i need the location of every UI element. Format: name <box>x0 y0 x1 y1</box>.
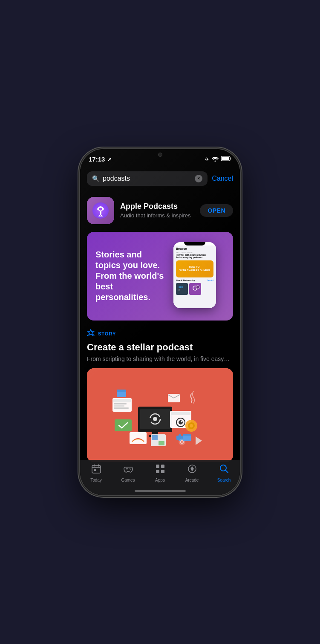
tab-apps-label: Apps <box>155 478 165 482</box>
scroll-area[interactable]: Apple Podcasts Audio that informs & insp… <box>80 191 240 483</box>
tab-search-label: Search <box>217 478 231 482</box>
notch <box>126 149 194 162</box>
phone-frame: 17:13 ↗ ✈ <box>80 149 240 495</box>
story-image[interactable] <box>87 368 233 462</box>
story-title: Create a stellar podcast <box>87 342 233 353</box>
svg-rect-33 <box>171 412 190 415</box>
mock-content: Browse FEATURED SHOW How To! With Charle… <box>173 245 216 308</box>
tab-today[interactable]: Today <box>80 464 112 482</box>
svg-rect-67 <box>161 470 164 473</box>
mock-phone-notch <box>184 242 205 245</box>
svg-point-15 <box>196 286 199 289</box>
svg-rect-24 <box>113 399 131 402</box>
tab-games[interactable]: Games <box>112 464 144 482</box>
svg-rect-27 <box>114 407 129 409</box>
search-bar-container: 🔍 podcasts × Cancel <box>80 168 240 191</box>
app-icon-podcasts <box>87 197 114 224</box>
mock-thumb-1: LIFE KIT <box>176 283 188 295</box>
mock-thumbnails: LIFE KIT <box>176 283 213 295</box>
games-icon <box>123 464 133 477</box>
tab-search[interactable]: Search <box>208 464 240 482</box>
svg-rect-2 <box>231 158 231 160</box>
svg-rect-66 <box>156 470 159 473</box>
tab-games-label: Games <box>121 478 135 482</box>
svg-point-35 <box>179 420 183 425</box>
status-time: 17:13 ↗ <box>89 154 112 163</box>
mock-howto-text: HOW TO!WITH CHARLES DUHIGG <box>179 266 210 271</box>
svg-rect-26 <box>114 405 124 407</box>
svg-point-40 <box>190 424 193 427</box>
promo-text: Stories and topics you love. From the wo… <box>95 249 165 303</box>
svg-rect-29 <box>117 392 126 397</box>
story-label-row: STORY <box>87 329 233 338</box>
app-name: Apple Podcasts <box>120 202 194 211</box>
open-button[interactable]: OPEN <box>200 204 233 217</box>
search-icon: 🔍 <box>92 175 99 182</box>
appstore-icon <box>87 329 95 338</box>
svg-rect-64 <box>156 465 159 468</box>
svg-rect-46 <box>152 435 158 440</box>
mock-browse-title: Browse <box>176 247 213 250</box>
promo-phone-mockup: Browse FEATURED SHOW How To! With Charle… <box>165 242 225 310</box>
story-tag: STORY <box>98 331 116 336</box>
cancel-button[interactable]: Cancel <box>212 175 233 182</box>
svg-rect-48 <box>152 441 158 445</box>
tab-apps[interactable]: Apps <box>144 464 176 482</box>
svg-point-36 <box>181 421 182 422</box>
svg-rect-3 <box>222 157 229 160</box>
svg-rect-49 <box>159 441 164 445</box>
battery-icon <box>221 156 231 162</box>
wifi-icon <box>212 156 219 163</box>
promo-headline: Stories and topics you love. From the wo… <box>95 249 165 303</box>
search-bar[interactable]: 🔍 podcasts × <box>87 171 208 186</box>
svg-rect-59 <box>94 469 96 471</box>
svg-point-0 <box>215 160 216 162</box>
svg-text:LIFE: LIFE <box>178 286 183 289</box>
today-icon <box>91 464 101 477</box>
tab-arcade-label: Arcade <box>185 478 199 482</box>
svg-rect-55 <box>92 465 101 473</box>
svg-rect-47 <box>159 435 164 440</box>
story-subtitle: From scripting to sharing with the world… <box>87 355 233 362</box>
mock-howto-card: HOW TO!WITH CHARLES DUHIGG <box>176 260 213 277</box>
svg-rect-25 <box>114 403 127 404</box>
search-tab-icon <box>219 464 229 477</box>
mock-phone: Browse FEATURED SHOW How To! With Charle… <box>173 242 216 308</box>
svg-rect-30 <box>117 390 121 391</box>
apps-icon <box>155 464 165 477</box>
svg-point-62 <box>130 468 130 469</box>
search-clear-button[interactable]: × <box>195 175 202 182</box>
camera-dot <box>158 153 162 157</box>
svg-rect-6 <box>100 211 101 215</box>
status-icons: ✈ <box>205 154 231 163</box>
mock-new-label: New & Noteworthy <box>176 279 195 282</box>
svg-rect-53 <box>183 436 191 441</box>
svg-rect-13 <box>189 283 201 295</box>
mock-thumb-2 <box>189 283 201 295</box>
home-indicator <box>135 490 186 492</box>
story-section: STORY Create a stellar podcast From scri… <box>80 321 240 465</box>
svg-point-20 <box>153 417 157 421</box>
story-illustration <box>87 368 233 462</box>
search-query[interactable]: podcasts <box>103 175 191 182</box>
app-subtitle: Audio that informs & inspires <box>120 212 194 219</box>
tab-arcade[interactable]: Arcade <box>176 464 208 482</box>
svg-rect-37 <box>115 419 132 431</box>
app-info: Apple Podcasts Audio that informs & insp… <box>120 202 194 219</box>
svg-rect-54 <box>183 434 187 436</box>
svg-text:KIT: KIT <box>178 289 181 291</box>
arcade-icon <box>187 464 197 477</box>
mock-see-all: See All <box>207 279 213 282</box>
promo-banner[interactable]: Stories and topics you love. From the wo… <box>87 232 233 321</box>
mock-featured-show: How To! With Charles DuhiggTackle everyd… <box>176 254 213 259</box>
app-result-row: Apple Podcasts Audio that informs & insp… <box>80 191 240 230</box>
svg-line-70 <box>225 470 228 473</box>
location-icon: ↗ <box>107 156 112 162</box>
tab-today-label: Today <box>90 478 102 482</box>
mock-new-row: New & Noteworthy See All <box>176 279 213 282</box>
screen-content: 🔍 podcasts × Cancel <box>80 168 240 495</box>
svg-point-63 <box>130 469 131 470</box>
svg-rect-65 <box>161 465 164 468</box>
airplane-icon: ✈ <box>205 156 209 162</box>
